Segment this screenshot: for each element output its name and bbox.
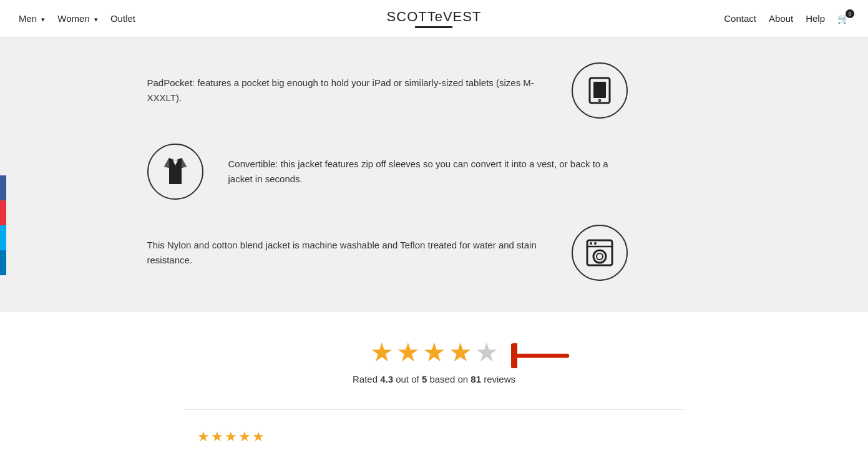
nav-right: Contact About Help 🛒 0: [724, 13, 849, 24]
star-2: ★: [396, 337, 420, 368]
feature-padpocket-text: PadPocket: features a pocket big enough …: [147, 76, 547, 105]
navigation: Men ▾ Women ▾ Outlet SCOTTeVEST Contact …: [0, 0, 868, 37]
review-stars: ★ ★ ★ ★ ★: [197, 429, 671, 445]
youtube-button[interactable]: [0, 225, 6, 250]
nav-about[interactable]: About: [769, 13, 793, 24]
feature-convertible: Convertible: this jacket features zip of…: [122, 131, 746, 212]
padpocket-icon-wrap: [572, 62, 628, 119]
feature-padpocket: PadPocket: features a pocket big enough …: [122, 50, 746, 131]
nav-men[interactable]: Men ▾: [19, 13, 45, 24]
review-star-5: ★: [252, 429, 265, 445]
men-dropdown-arrow: ▾: [41, 16, 45, 23]
feature-washable: This Nylon and cotton blend jacket is ma…: [122, 212, 746, 293]
rating-count: 81: [471, 374, 481, 384]
svg-rect-1: [593, 82, 606, 98]
nav-contact[interactable]: Contact: [724, 13, 756, 24]
tablet-icon: [585, 76, 615, 105]
nav-women[interactable]: Women ▾: [57, 13, 98, 24]
rating-stars-container: ★ ★ ★ ★ ★: [370, 337, 499, 374]
jacket-icon: [160, 157, 190, 187]
features-section: PadPocket: features a pocket big enough …: [0, 37, 868, 312]
nav-left: Men ▾ Women ▾ Outlet: [19, 13, 135, 24]
women-dropdown-arrow: ▾: [94, 16, 98, 23]
nav-help[interactable]: Help: [806, 13, 825, 24]
star-4: ★: [449, 337, 472, 368]
star-1: ★: [370, 337, 394, 368]
facebook-button[interactable]: [0, 175, 6, 200]
svg-point-5: [593, 250, 606, 263]
star-3: ★: [422, 337, 446, 368]
nav-brand: SCOTTeVEST: [387, 9, 482, 28]
review-star-1: ★: [197, 429, 210, 445]
svg-point-6: [597, 253, 603, 260]
svg-point-2: [598, 100, 600, 102]
washer-icon-wrap: [572, 225, 628, 281]
review-star-2: ★: [211, 429, 223, 445]
review-divider: [185, 409, 684, 410]
rating-section: ★ ★ ★ ★ ★ Rated 4.3 out of 5 based on 81…: [0, 312, 868, 397]
rating-score: 4.3: [380, 374, 393, 384]
rating-stars: ★ ★ ★ ★ ★: [370, 337, 499, 368]
rating-text: Rated 4.3 out of 5 based on 81 reviews: [12, 374, 856, 384]
review-star-4: ★: [238, 429, 251, 445]
star-5-empty: ★: [475, 337, 499, 368]
review-star-3: ★: [225, 429, 237, 445]
feature-convertible-text: Convertible: this jacket features zip of…: [228, 157, 628, 187]
washer-icon: [585, 238, 615, 268]
jacket-icon-wrap: [147, 144, 203, 200]
cart-button[interactable]: 🛒 0: [837, 13, 849, 24]
rating-max: 5: [422, 374, 427, 384]
linkedin-button[interactable]: [0, 250, 6, 275]
brand-logo[interactable]: SCOTTeVEST: [387, 9, 482, 24]
cart-count: 0: [846, 9, 854, 18]
svg-point-8: [594, 242, 597, 245]
social-sidebar: [0, 175, 6, 275]
svg-point-7: [590, 242, 592, 245]
twitter-button[interactable]: [0, 200, 6, 225]
red-arrow-icon: [511, 343, 573, 368]
review-section: ★ ★ ★ ★ ★ Dan Ricciardi reviewed on Nove…: [185, 423, 684, 450]
brand-underline: [416, 26, 453, 28]
feature-washable-text: This Nylon and cotton blend jacket is ma…: [147, 238, 547, 268]
nav-outlet[interactable]: Outlet: [110, 13, 135, 24]
